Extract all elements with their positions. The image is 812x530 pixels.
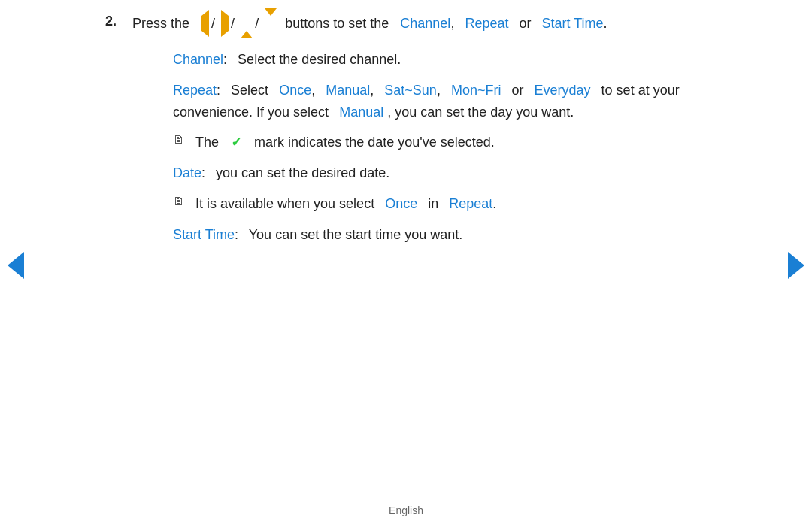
date-label: Date xyxy=(173,165,201,180)
checkmark-icon: ✓ xyxy=(231,135,242,150)
repeat-suffix: , you can set the day you want. xyxy=(387,104,574,120)
step2-line: 2. Press the / / / buttons to set the Ch… xyxy=(105,14,707,34)
footer-language: English xyxy=(389,504,423,516)
note1-suffix: mark indicates the date you've selected. xyxy=(254,135,495,150)
date-paragraph: Date: you can set the desired date. xyxy=(105,162,707,184)
step2-channel: Channel xyxy=(400,16,450,31)
channel-paragraph: Channel: Select the desired channel. xyxy=(105,49,707,71)
date-colon: : xyxy=(201,165,205,180)
note2-suffix: . xyxy=(492,196,496,211)
note2-line: 🗎 It is available when you select Once i… xyxy=(105,193,707,215)
repeat-label: Repeat xyxy=(173,83,217,98)
note-icon-1: 🗎 xyxy=(173,133,189,147)
repeat-once: Once xyxy=(279,83,311,98)
note1-line: 🗎 The ✓ mark indicates the date you've s… xyxy=(105,132,707,153)
step-number: 2. xyxy=(105,14,126,29)
start-time-paragraph: Start Time: You can set the start time y… xyxy=(105,224,707,246)
start-time-colon: : xyxy=(235,227,238,242)
note2-text: It is available when you select Once in … xyxy=(195,193,496,215)
repeat-manual: Manual xyxy=(326,83,370,98)
step2-repeat: Repeat xyxy=(465,16,508,31)
start-time-label: Start Time xyxy=(173,227,235,242)
step2-suffix: buttons to set the xyxy=(285,16,389,31)
step2-starttime: Start Time xyxy=(542,16,604,31)
repeat-prefix: Select xyxy=(231,83,268,98)
arrow-down-icon xyxy=(265,8,277,31)
arrow-right-icon xyxy=(221,10,229,37)
repeat-everyday: Everyday xyxy=(535,83,591,98)
arrow-up-icon xyxy=(241,16,253,38)
step2-period: . xyxy=(604,16,607,31)
repeat-paragraph: Repeat: Select Once, Manual, Sat~Sun, Mo… xyxy=(105,80,707,123)
note2-prefix: It is available when you select xyxy=(195,196,374,211)
nav-arrow-right[interactable] xyxy=(788,252,804,279)
step2-or: or xyxy=(520,16,532,31)
channel-text: Select the desired channel. xyxy=(238,52,401,67)
content-area: 2. Press the / / / buttons to set the Ch… xyxy=(60,0,752,246)
channel-colon: : xyxy=(223,52,227,67)
note2-once: Once xyxy=(385,196,417,211)
step2-text: Press the / / / buttons to set the Chann… xyxy=(132,14,607,34)
repeat-manual2: Manual xyxy=(339,104,383,120)
note1-prefix: The xyxy=(195,135,219,150)
repeat-monfri: Mon~Fri xyxy=(451,83,501,98)
date-text: you can set the desired date. xyxy=(216,165,389,180)
repeat-colon: : xyxy=(217,83,220,98)
step2-prefix: Press the xyxy=(132,16,189,31)
note2-mid: in xyxy=(428,196,438,211)
arrow-left-icon xyxy=(201,10,209,37)
nav-arrow-left[interactable] xyxy=(8,252,24,279)
channel-label: Channel xyxy=(173,52,223,67)
note-icon-2: 🗎 xyxy=(173,195,189,208)
repeat-satsum: Sat~Sun xyxy=(384,83,437,98)
note1-text: The ✓ mark indicates the date you've sel… xyxy=(195,132,495,153)
page-container: 2. Press the / / / buttons to set the Ch… xyxy=(0,0,812,530)
note2-repeat: Repeat xyxy=(449,196,492,211)
start-time-text: You can set the start time you want. xyxy=(249,227,463,242)
